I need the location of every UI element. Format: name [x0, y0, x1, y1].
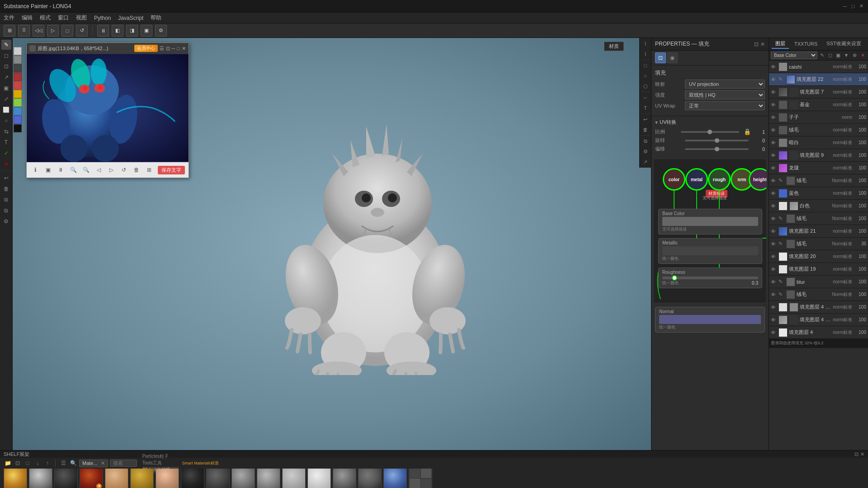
vt-rect[interactable]: □ [641, 61, 651, 70]
tool-reject[interactable]: ✕ [1, 159, 11, 169]
tool-mask[interactable]: ⬜ [1, 105, 11, 115]
projection-select[interactable]: UV projection [685, 80, 765, 89]
shelf-item-white[interactable] [307, 469, 331, 488]
eye-icon[interactable]: 👁 [771, 115, 777, 120]
tool-undo[interactable]: ↩ [1, 173, 11, 183]
swatch-yellow[interactable] [14, 90, 22, 98]
rotation-slider[interactable] [685, 140, 749, 141]
swatch-grey[interactable] [14, 56, 22, 64]
tab-settings[interactable]: SST收藏夹设置 [823, 39, 864, 49]
shelf-tag-close[interactable]: ✕ [101, 460, 105, 466]
eye-icon[interactable]: 👁 [771, 127, 777, 133]
eye-icon[interactable]: 👁 [771, 102, 777, 108]
eye-icon[interactable]: 👁 [771, 165, 777, 171]
ref-layout-btn[interactable]: ▣ [43, 165, 53, 175]
tool-paint[interactable]: ✎ [1, 40, 11, 50]
layer-fill21[interactable]: 👁 填充图层 21 norm标准 100 [769, 225, 868, 238]
shelf-item-rust[interactable]: ★ [80, 469, 103, 488]
tool-transform[interactable]: ⤢ [1, 94, 11, 104]
tool-text[interactable]: T [1, 137, 11, 147]
shelf-close-btn[interactable]: ✕ [860, 451, 864, 457]
vt-circle[interactable]: ○ [641, 71, 651, 81]
eye-icon[interactable]: 👁 [771, 267, 777, 272]
toolbar-cam3[interactable]: ▣ [141, 25, 152, 37]
properties-pin-btn[interactable]: ⊡ [754, 41, 759, 47]
layer-fill9[interactable]: 👁 填充图层 9 norm标准 100 [769, 149, 868, 162]
layer-paint-icon[interactable]: ✎ [818, 52, 826, 58]
eye-icon[interactable]: 👁 [771, 279, 777, 285]
viewport[interactable]: 材质 [13, 38, 651, 450]
vt-brush[interactable]: ⌇ [641, 39, 651, 49]
menu-mode[interactable]: 模式 [40, 14, 51, 22]
ref-save-btn[interactable]: 保存文字 [158, 166, 185, 174]
vip-badge[interactable]: 会员中心 [134, 45, 158, 52]
ref-pause-btn[interactable]: ⏸ [56, 165, 66, 175]
tool-paste[interactable]: ⧉ [1, 206, 11, 216]
layer-fill4-copy2[interactable]: 👁 填充图层 4 copy 2 norm标准 100 [769, 301, 868, 314]
layer-white[interactable]: 👁 白色 Norm标准 100 [769, 200, 868, 212]
vt-undo[interactable]: ↩ [641, 114, 651, 124]
layer-mask-icon[interactable]: ▣ [835, 52, 842, 58]
swatch-green[interactable] [14, 99, 22, 107]
eye-icon[interactable]: 👁 [771, 317, 777, 323]
tool-projection[interactable]: ⊡ [1, 61, 11, 71]
shelf-export-icon[interactable]: ↑ [43, 459, 52, 467]
layer-dragon[interactable]: 👁 龙珑 norm标准 100 [769, 162, 868, 174]
viewport-view-label[interactable]: 材质 [604, 42, 624, 51]
menu-window[interactable]: 窗口 [58, 14, 69, 22]
layer-fill22[interactable]: 👁 ✎ 填充图层 22 norm标准 100 [769, 73, 868, 86]
ref-grid-btn[interactable]: ⊞ [144, 165, 154, 175]
minimize-button[interactable]: ─ [842, 3, 848, 9]
vt-settings[interactable]: ⚙ [641, 146, 651, 156]
layer-caishi[interactable]: 👁 caishi norm标准 100 [769, 61, 868, 73]
eye-icon[interactable]: 👁 [771, 140, 777, 145]
eye-icon[interactable]: 👁 [771, 216, 777, 221]
eye-icon[interactable]: 👁 [771, 241, 777, 247]
toolbar-pause[interactable]: ⏸ [97, 25, 109, 37]
layer-fur3[interactable]: 👁 ✎ 绒毛 Norm标准 100 [769, 212, 868, 225]
vt-arrow[interactable]: ↔ [641, 93, 651, 103]
properties-close-btn[interactable]: ✕ [760, 41, 765, 47]
shelf-item-grid[interactable] [409, 469, 432, 488]
lock-icon[interactable]: ✎ [778, 241, 785, 247]
menu-edit[interactable]: 编辑 [22, 14, 33, 22]
tool-fill[interactable]: ▣ [1, 83, 11, 93]
toolbar-dots[interactable]: ⠿ [18, 25, 30, 37]
channel-metal[interactable]: metal [685, 168, 708, 191]
layer-blue[interactable]: 👁 蓝色 norm标准 100 [769, 187, 868, 200]
eye-icon[interactable]: 👁 [771, 292, 777, 297]
shelf-view2-icon[interactable]: □ [24, 459, 32, 467]
ref-prev-btn[interactable]: ◁ [94, 165, 104, 175]
vt-text[interactable]: T [641, 103, 651, 113]
shelf-view1-icon[interactable]: ⊡ [14, 459, 22, 467]
ref-zoom-out-btn[interactable]: 🔍 [68, 165, 78, 175]
blend-mode-select[interactable]: Base Color [771, 52, 817, 59]
eye-icon[interactable]: 👁 [771, 229, 777, 234]
scale-slider[interactable] [681, 131, 739, 133]
layer-fill20[interactable]: 👁 填充图层 20 norm标准 100 [769, 250, 868, 263]
eye-icon[interactable]: 👁 [771, 178, 777, 183]
swatch-dark[interactable] [14, 64, 22, 72]
shelf-item-blue[interactable] [383, 469, 407, 488]
shelf-item-mat1[interactable] [333, 469, 356, 488]
vt-del[interactable]: 🗑 [641, 125, 651, 135]
channel-color[interactable]: color [663, 168, 685, 191]
layer-fill4-copy1[interactable]: 👁 填充图层 4 copy 1 norm标准 100 [769, 314, 868, 326]
layer-blur[interactable]: 👁 ✎ blur norm标准 100 [769, 276, 868, 288]
shelf-item-peach[interactable] [156, 469, 179, 488]
lock-icon[interactable]: ✎ [778, 178, 785, 183]
layer-delete-icon[interactable]: ✕ [859, 52, 866, 58]
swatch-blue1[interactable] [14, 107, 22, 115]
ref-info-btn[interactable]: ℹ [30, 165, 40, 175]
shelf-item-mat2[interactable] [358, 469, 382, 488]
eye-icon[interactable]: 👁 [771, 64, 777, 70]
swatch-black[interactable] [14, 124, 22, 132]
swatch-blue2[interactable] [14, 116, 22, 124]
offset-slider[interactable] [685, 148, 749, 150]
shelf-pin-btn[interactable]: ⊡ [854, 451, 859, 457]
menu-view[interactable]: 视图 [76, 14, 87, 22]
layer-add-icon[interactable]: ⊕ [851, 52, 858, 58]
lock-icon[interactable]: ✎ [778, 76, 785, 82]
tool-copy[interactable]: ⧉ [1, 195, 11, 205]
toolbar-grid[interactable]: ⊞ [4, 25, 15, 37]
